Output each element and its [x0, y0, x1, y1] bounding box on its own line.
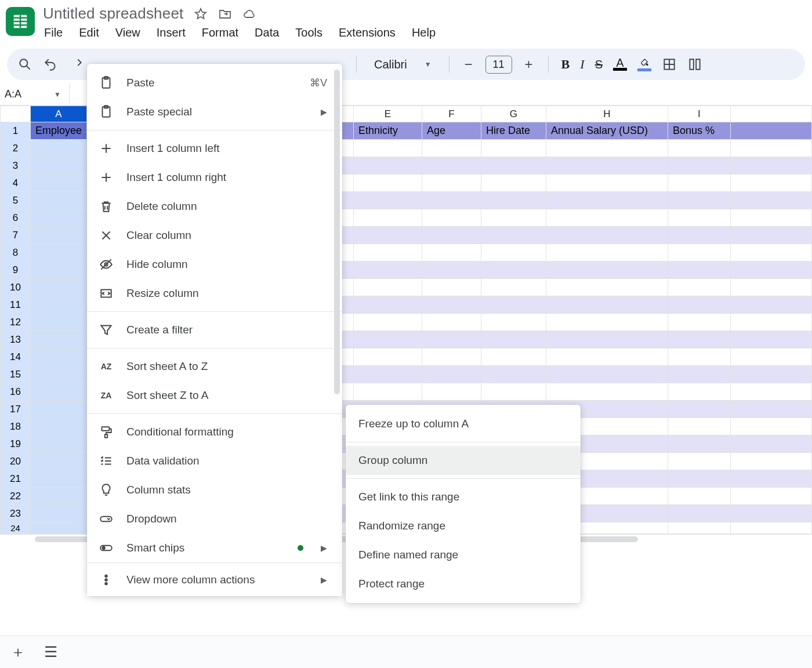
menu-view[interactable]: View [115, 26, 140, 39]
cell-H5[interactable] [546, 192, 668, 209]
fill-color-button[interactable] [637, 58, 651, 71]
cell-A9[interactable] [30, 262, 86, 279]
font-size-increase[interactable]: + [523, 56, 535, 72]
cell-G3[interactable] [481, 157, 546, 175]
cell-E5[interactable] [354, 192, 422, 209]
cell-F4[interactable] [422, 175, 481, 192]
cell-H12[interactable] [546, 314, 668, 331]
cell-I14[interactable] [668, 348, 730, 366]
cell-overflow-row1[interactable] [730, 122, 811, 140]
text-color-button[interactable]: A [613, 59, 627, 71]
undo-icon[interactable] [43, 57, 58, 72]
cell-G2[interactable] [481, 140, 546, 157]
col-header-A[interactable]: A [30, 106, 86, 122]
font-size-decrease[interactable]: − [462, 56, 475, 72]
col-header-G[interactable]: G [481, 106, 546, 122]
cell-F7[interactable] [422, 227, 481, 244]
star-icon[interactable] [194, 7, 208, 21]
cell-H10[interactable] [546, 279, 668, 296]
cell-A22[interactable] [30, 488, 86, 505]
cell-H2[interactable] [546, 140, 668, 157]
ctx-delete-column[interactable]: Delete column [87, 192, 342, 221]
cell-E6[interactable] [354, 209, 422, 227]
cell-G4[interactable] [481, 175, 546, 192]
col-header-H[interactable]: H [546, 106, 668, 122]
row-header-6[interactable]: 6 [1, 209, 31, 227]
menu-help[interactable]: Help [412, 26, 436, 39]
sheets-logo[interactable] [6, 7, 35, 36]
cell-G16[interactable] [481, 383, 546, 401]
row-header-21[interactable]: 21 [1, 470, 31, 488]
col-header-I[interactable]: I [668, 106, 730, 122]
row-header-12[interactable]: 12 [1, 314, 31, 331]
cell-A20[interactable] [30, 453, 86, 470]
cell-G8[interactable] [481, 244, 546, 262]
cell-I13[interactable] [668, 331, 730, 348]
cell-I12[interactable] [668, 314, 730, 331]
row-header-13[interactable]: 13 [1, 331, 31, 348]
cell-A10[interactable] [30, 279, 86, 296]
ctx-smart-chips[interactable]: Smart chips ▶ [87, 533, 342, 562]
font-size-input[interactable]: 11 [485, 56, 512, 74]
cell-F13[interactable] [422, 331, 481, 348]
cell-E15[interactable] [354, 366, 422, 383]
cell-I8[interactable] [668, 244, 730, 262]
ctx-clear-column[interactable]: Clear column [87, 221, 342, 250]
cell-E12[interactable] [354, 314, 422, 331]
cell-I18[interactable] [668, 418, 730, 435]
row-header-16[interactable]: 16 [1, 383, 31, 401]
col-header-F[interactable]: F [422, 106, 481, 122]
cell-A11[interactable] [30, 296, 86, 314]
cell-F2[interactable] [422, 140, 481, 157]
row-header-4[interactable]: 4 [1, 175, 31, 192]
cell-F10[interactable] [422, 279, 481, 296]
cell-G7[interactable] [481, 227, 546, 244]
sub-randomize[interactable]: Randomize range [346, 511, 581, 540]
ctx-view-more-actions[interactable]: View more column actions ▶ [87, 562, 342, 596]
cell-I4[interactable] [668, 175, 730, 192]
cell-I3[interactable] [668, 157, 730, 175]
cell-I20[interactable] [668, 453, 730, 470]
cell-A5[interactable] [30, 192, 86, 209]
cell-I16[interactable] [668, 383, 730, 401]
ctx-resize-column[interactable]: Resize column [87, 279, 342, 308]
menu-file[interactable]: File [44, 26, 63, 39]
cell-A17[interactable] [30, 401, 86, 418]
cell-H6[interactable] [546, 209, 668, 227]
cell-A13[interactable] [30, 331, 86, 348]
cell-I10[interactable] [668, 279, 730, 296]
row-header-15[interactable]: 15 [1, 366, 31, 383]
cell-A8[interactable] [30, 244, 86, 262]
row-header-11[interactable]: 11 [1, 296, 31, 314]
menu-extensions[interactable]: Extensions [339, 26, 396, 39]
cell-I17[interactable] [668, 401, 730, 418]
col-header-E[interactable]: E [354, 106, 422, 122]
ctx-insert-left[interactable]: Insert 1 column left [87, 134, 342, 163]
cell-E8[interactable] [354, 244, 422, 262]
cell-I7[interactable] [668, 227, 730, 244]
strikethrough-button[interactable]: S [595, 58, 603, 71]
sub-get-link[interactable]: Get link to this range [346, 482, 581, 511]
cell-F15[interactable] [422, 366, 481, 383]
borders-icon[interactable] [662, 57, 677, 72]
row-header-3[interactable]: 3 [1, 157, 31, 175]
row-header-23[interactable]: 23 [1, 505, 31, 522]
ctx-data-validation[interactable]: Data validation [87, 446, 342, 475]
cell-E10[interactable] [354, 279, 422, 296]
cell-F12[interactable] [422, 314, 481, 331]
cell-E9[interactable] [354, 262, 422, 279]
cell-G9[interactable] [481, 262, 546, 279]
font-picker[interactable]: Calibri ▼ [369, 58, 436, 71]
ctx-dropdown[interactable]: Dropdown [87, 504, 342, 533]
cell-E2[interactable] [354, 140, 422, 157]
sub-freeze[interactable]: Freeze up to column A [346, 409, 581, 438]
cell-E13[interactable] [354, 331, 422, 348]
menu-format[interactable]: Format [202, 26, 238, 39]
cell-A16[interactable] [30, 383, 86, 401]
row-header-17[interactable]: 17 [1, 401, 31, 418]
cell-G1[interactable]: Hire Date [481, 122, 546, 140]
menu-insert[interactable]: Insert [157, 26, 186, 39]
cell-A3[interactable] [30, 157, 86, 175]
cell-A15[interactable] [30, 366, 86, 383]
cell-E14[interactable] [354, 348, 422, 366]
